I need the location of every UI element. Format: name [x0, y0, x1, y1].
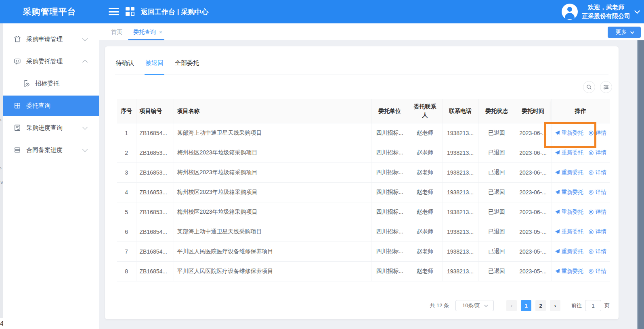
- goto-suffix: 页: [604, 302, 610, 309]
- redelegate-link[interactable]: 重新委托: [555, 169, 583, 176]
- cell-seq: 1: [117, 123, 136, 143]
- search-icon: [586, 84, 592, 90]
- table-row[interactable]: 5ZB16853...梅州校区2023年垃圾箱采购项目四川招标...赵老师193…: [117, 202, 610, 222]
- detail-link[interactable]: 详情: [588, 129, 606, 137]
- chevron-down-icon: [82, 147, 88, 152]
- sidebar-item-label: 采购申请管理: [26, 35, 63, 43]
- page-size-value: 10条/页: [462, 302, 480, 309]
- chevron-down-icon: [484, 303, 488, 307]
- column-header: 委托联系 人: [408, 99, 442, 123]
- cell-org: 四川招标...: [371, 242, 408, 261]
- document-check-icon: [14, 124, 21, 131]
- chevron-down-icon: [634, 8, 640, 14]
- cell-org: 四川招标...: [371, 222, 408, 242]
- window-edge-artifact: [637, 39, 644, 329]
- total-count: 共 12 条: [430, 302, 449, 309]
- cell-time: 2023-06-...: [515, 123, 551, 143]
- redelegate-link[interactable]: 重新委托: [555, 149, 583, 156]
- cell-seq: 2: [117, 143, 136, 162]
- redelegate-link[interactable]: 重新委托: [555, 228, 583, 235]
- cell-time: 2023-06-...: [515, 202, 551, 222]
- sidebar-item-delegation-query[interactable]: 委托查询: [3, 96, 99, 116]
- cell-name: 梅州校区2023年垃圾箱采购项目: [174, 182, 371, 202]
- active-tab-underline: [128, 39, 164, 40]
- table-row[interactable]: 2ZB16853...梅州校区2023年垃圾箱采购项目四川招标...赵老师193…: [117, 143, 610, 162]
- cell-seq: 7: [117, 242, 136, 261]
- tab-home[interactable]: 首页: [111, 23, 122, 40]
- app-grid-icon[interactable]: [126, 7, 134, 16]
- tab-pending-confirm[interactable]: 待确认: [115, 57, 135, 75]
- table-row[interactable]: 7ZB16854...平川区人民医院医疗设备维修保养项目四川招标...赵老师19…: [117, 242, 610, 261]
- eye-icon: [588, 189, 594, 195]
- close-icon[interactable]: ×: [159, 29, 162, 35]
- prev-page-button[interactable]: ‹: [506, 300, 517, 311]
- workbench-nav-link[interactable]: 返回工作台 | 采购中心: [141, 7, 208, 17]
- status-tabs: 待确认 被退回 全部委托: [115, 57, 608, 75]
- cell-actions: 重新委托详情: [551, 261, 610, 281]
- cell-code: ZB16854...: [136, 261, 174, 281]
- table-row[interactable]: 6ZB16854...某部海上动中通卫星天线采购项目四川招标...赵老师1938…: [117, 222, 610, 242]
- detail-label: 详情: [596, 189, 606, 196]
- page-size-select[interactable]: 10条/页: [455, 300, 494, 311]
- cell-actions: 重新委托详情: [551, 143, 610, 162]
- app-header: 采购管理平台 返回工作台 | 采购中心 欢迎，武老师 正采股份有限公司: [0, 0, 644, 23]
- filter-button[interactable]: [600, 81, 612, 93]
- detail-link[interactable]: 详情: [588, 189, 606, 196]
- redelegate-link[interactable]: 重新委托: [555, 208, 583, 216]
- detail-label: 详情: [596, 248, 606, 255]
- sidebar-item-delegation-mgmt[interactable]: 采购委托管理: [3, 51, 99, 71]
- redelegate-link[interactable]: 重新委托: [555, 189, 583, 196]
- table-row[interactable]: 3ZB16853...梅州校区2023年垃圾箱采购项目四川招标...赵老师193…: [117, 162, 610, 182]
- comment-icon: [14, 58, 21, 65]
- cell-code: ZB16853...: [136, 162, 174, 182]
- eye-icon: [588, 249, 594, 254]
- delegations-table: 序号项目编号项目名称委托单位委托联系 人联系电话委托状态委托时间操作 1ZB16…: [117, 99, 610, 281]
- table-row[interactable]: 1ZB16854...某部海上动中通卫星天线采购项目四川招标...赵老师1938…: [117, 123, 610, 143]
- shirt-icon: [14, 35, 21, 43]
- tab-delegation-query[interactable]: 委托查询×: [133, 23, 162, 40]
- goto-page-input[interactable]: [585, 300, 601, 311]
- pagination: 共 12 条 10条/页 ‹ 1 2 › 前往 页: [430, 300, 610, 311]
- cell-actions: 重新委托详情: [551, 123, 610, 143]
- cell-contact: 赵老师: [408, 261, 442, 281]
- detail-label: 详情: [596, 208, 606, 216]
- window-edge-artifact: ‹ › ∨: [0, 23, 3, 318]
- hamburger-menu-icon[interactable]: [109, 8, 119, 15]
- redelegate-label: 重新委托: [562, 208, 583, 216]
- cell-phone: 1938213...: [442, 143, 478, 162]
- cell-actions: 重新委托详情: [551, 182, 610, 202]
- detail-link[interactable]: 详情: [588, 169, 606, 176]
- sidebar-item-purchase-request[interactable]: 采购申请管理: [3, 29, 99, 49]
- user-menu[interactable]: 欢迎，武老师 正采股份有限公司: [562, 0, 638, 23]
- search-button[interactable]: [583, 81, 595, 93]
- detail-label: 详情: [596, 149, 606, 156]
- detail-link[interactable]: 详情: [588, 268, 606, 275]
- sidebar-item-progress-query[interactable]: 采购进度查询: [3, 118, 99, 138]
- table-row[interactable]: 8ZB16854...平川区人民医院医疗设备维修保养项目四川招标...赵老师19…: [117, 261, 610, 281]
- detail-link[interactable]: 详情: [588, 208, 606, 216]
- cell-org: 四川招标...: [371, 202, 408, 222]
- sidebar-item-contract-filing[interactable]: 合同备案进度: [3, 140, 99, 160]
- tab-returned[interactable]: 被退回: [145, 57, 164, 75]
- more-button[interactable]: 更多: [608, 27, 641, 38]
- page-button-1[interactable]: 1: [521, 300, 531, 311]
- column-header: 操作: [551, 99, 610, 123]
- cell-status: 已退回: [478, 123, 515, 143]
- sidebar-item-label: 委托查询: [26, 102, 50, 110]
- detail-link[interactable]: 详情: [588, 248, 606, 255]
- sidebar-item-bid-delegation[interactable]: 招标委托: [3, 73, 99, 94]
- cell-actions: 重新委托详情: [551, 162, 610, 182]
- table-row[interactable]: 4ZB16853...梅州校区2023年垃圾箱采购项目四川招标...赵老师193…: [117, 182, 610, 202]
- eye-icon: [588, 269, 594, 274]
- page-button-2[interactable]: 2: [535, 300, 546, 311]
- next-page-button[interactable]: ›: [550, 300, 560, 311]
- detail-link[interactable]: 详情: [588, 228, 606, 235]
- tab-all-delegations[interactable]: 全部委托: [174, 57, 200, 75]
- page-tabbar: 首页 委托查询×: [99, 23, 644, 40]
- redelegate-link[interactable]: 重新委托: [555, 268, 583, 275]
- detail-link[interactable]: 详情: [588, 149, 606, 156]
- column-header: 项目编号: [136, 99, 174, 123]
- redelegate-link[interactable]: 重新委托: [555, 129, 583, 137]
- cell-seq: 4: [117, 182, 136, 202]
- redelegate-link[interactable]: 重新委托: [555, 248, 583, 255]
